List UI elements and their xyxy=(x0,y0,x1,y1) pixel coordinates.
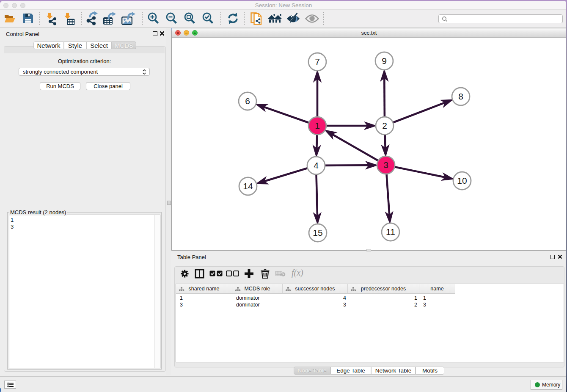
svg-text:11: 11 xyxy=(386,227,395,237)
svg-text:10: 10 xyxy=(457,176,467,185)
svg-text:3: 3 xyxy=(383,160,388,170)
svg-text:7: 7 xyxy=(315,57,320,66)
svg-text:4: 4 xyxy=(314,160,319,170)
svg-text:6: 6 xyxy=(245,96,250,106)
svg-text:15: 15 xyxy=(313,228,322,237)
svg-text:8: 8 xyxy=(458,91,463,101)
svg-text:9: 9 xyxy=(382,56,387,66)
svg-text:2: 2 xyxy=(382,121,387,130)
svg-text:1: 1 xyxy=(315,121,320,130)
svg-text:14: 14 xyxy=(243,181,253,191)
